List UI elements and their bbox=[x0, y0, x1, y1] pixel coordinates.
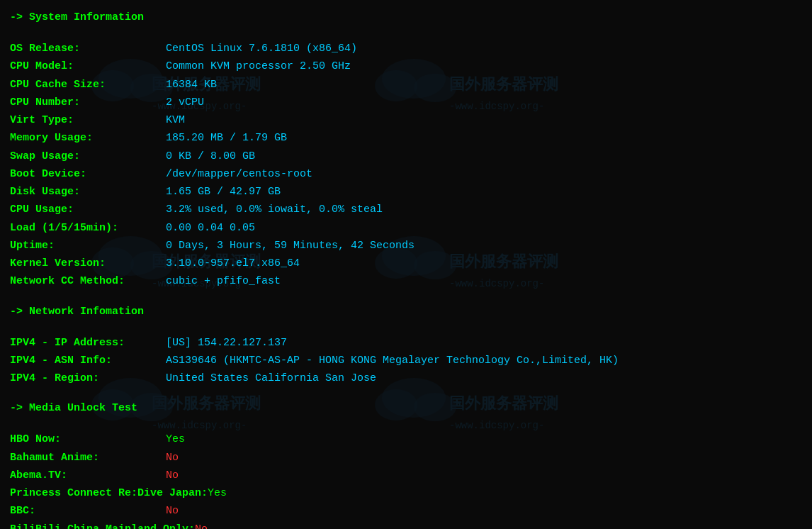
ipv4-address-label: IPV4 - IP Address: bbox=[10, 335, 166, 351]
cpu-cache-row: CPU Cache Size: 16384 KB bbox=[10, 77, 802, 93]
bahamut-value: No bbox=[166, 450, 179, 466]
main-content: 国外服务器评测 -www.idcspy.org- 国外服务器评测 -www.id… bbox=[10, 11, 802, 529]
virt-type-row: Virt Type: KVM bbox=[10, 112, 802, 128]
network-cc-value: cubic + pfifo_fast bbox=[166, 273, 281, 289]
abema-row: Abema.TV: No bbox=[10, 467, 802, 484]
os-release-label: OS Release: bbox=[10, 40, 166, 57]
princess-value: Yes bbox=[208, 485, 227, 501]
hbo-value: Yes bbox=[166, 431, 185, 447]
ipv4-asn-row: IPV4 - ASN Info: AS139646 (HKMTC-AS-AP -… bbox=[10, 352, 802, 369]
ipv4-asn-label: IPV4 - ASN Info: bbox=[10, 352, 166, 369]
bbc-label: BBC: bbox=[10, 503, 166, 519]
system-info-header: -> System Information bbox=[10, 11, 802, 23]
memory-usage-label: Memory Usage: bbox=[10, 130, 166, 146]
bbc-row: BBC: No bbox=[10, 503, 802, 519]
network-info-header: -> Network Infomation bbox=[10, 306, 802, 318]
load-row: Load (1/5/15min): 0.00 0.04 0.05 bbox=[10, 220, 802, 236]
disk-usage-label: Disk Usage: bbox=[10, 184, 166, 200]
disk-usage-row: Disk Usage: 1.65 GB / 42.97 GB bbox=[10, 184, 802, 200]
ipv4-region-label: IPV4 - Region: bbox=[10, 370, 166, 386]
network-cc-label: Network CC Method: bbox=[10, 273, 166, 289]
cpu-model-label: CPU Model: bbox=[10, 58, 166, 74]
cpu-model-row: CPU Model: Common KVM processor 2.50 GHz bbox=[10, 58, 802, 74]
bahamut-label: Bahamut Anime: bbox=[10, 450, 166, 466]
virt-type-label: Virt Type: bbox=[10, 112, 166, 128]
kernel-version-value: 3.10.0-957.el7.x86_64 bbox=[166, 255, 300, 272]
virt-type-value: KVM bbox=[166, 112, 185, 128]
boot-device-label: Boot Device: bbox=[10, 166, 166, 182]
cpu-number-value: 2 vCPU bbox=[166, 94, 204, 111]
memory-usage-row: Memory Usage: 185.20 MB / 1.79 GB bbox=[10, 130, 802, 146]
princess-row: Princess Connect Re:Dive Japan: Yes bbox=[10, 485, 802, 501]
cpu-cache-label: CPU Cache Size: bbox=[10, 77, 166, 93]
bahamut-row: Bahamut Anime: No bbox=[10, 450, 802, 466]
os-release-row: OS Release: CentOS Linux 7.6.1810 (x86_6… bbox=[10, 40, 802, 57]
memory-usage-value: 185.20 MB / 1.79 GB bbox=[166, 130, 287, 146]
ipv4-region-value: United States California San Jose bbox=[166, 370, 376, 386]
ipv4-address-row: IPV4 - IP Address: [US] 154.22.127.137 bbox=[10, 335, 802, 351]
cpu-usage-label: CPU Usage: bbox=[10, 201, 166, 218]
load-value: 0.00 0.04 0.05 bbox=[166, 220, 255, 236]
network-cc-row: Network CC Method: cubic + pfifo_fast bbox=[10, 273, 802, 289]
uptime-label: Uptime: bbox=[10, 238, 166, 254]
uptime-value: 0 Days, 3 Hours, 59 Minutes, 42 Seconds bbox=[166, 238, 415, 254]
uptime-row: Uptime: 0 Days, 3 Hours, 59 Minutes, 42 … bbox=[10, 238, 802, 254]
kernel-version-row: Kernel Version: 3.10.0-957.el7.x86_64 bbox=[10, 255, 802, 272]
abema-label: Abema.TV: bbox=[10, 467, 166, 484]
boot-device-value: /dev/mapper/centos-root bbox=[166, 166, 312, 182]
boot-device-row: Boot Device: /dev/mapper/centos-root bbox=[10, 166, 802, 182]
os-release-value: CentOS Linux 7.6.1810 (x86_64) bbox=[166, 40, 357, 57]
media-unlock-header: -> Media Unlock Test bbox=[10, 402, 802, 414]
swap-usage-label: Swap Usage: bbox=[10, 148, 166, 165]
disk-usage-value: 1.65 GB / 42.97 GB bbox=[166, 184, 281, 200]
bbc-value: No bbox=[166, 503, 179, 519]
cpu-number-row: CPU Number: 2 vCPU bbox=[10, 94, 802, 111]
swap-usage-value: 0 KB / 8.00 GB bbox=[166, 148, 255, 165]
cpu-model-value: Common KVM processor 2.50 GHz bbox=[166, 58, 351, 74]
ipv4-asn-value: AS139646 (HKMTC-AS-AP - HONG KONG Megala… bbox=[166, 352, 619, 369]
cpu-number-label: CPU Number: bbox=[10, 94, 166, 111]
swap-usage-row: Swap Usage: 0 KB / 8.00 GB bbox=[10, 148, 802, 165]
kernel-version-label: Kernel Version: bbox=[10, 255, 166, 272]
ipv4-region-row: IPV4 - Region: United States California … bbox=[10, 370, 802, 386]
princess-label: Princess Connect Re:Dive Japan: bbox=[10, 485, 208, 501]
hbo-label: HBO Now: bbox=[10, 431, 166, 447]
abema-value: No bbox=[166, 467, 179, 484]
cpu-usage-value: 3.2% used, 0.0% iowait, 0.0% steal bbox=[166, 201, 383, 218]
load-label: Load (1/5/15min): bbox=[10, 220, 166, 236]
hbo-row: HBO Now: Yes bbox=[10, 431, 802, 447]
cpu-cache-value: 16384 KB bbox=[166, 77, 217, 93]
bilibili-china-row: BiliBili China Mainland Only: No bbox=[10, 521, 802, 530]
cpu-usage-row: CPU Usage: 3.2% used, 0.0% iowait, 0.0% … bbox=[10, 201, 802, 218]
ipv4-address-value: [US] 154.22.127.137 bbox=[166, 335, 287, 351]
bilibili-china-label: BiliBili China Mainland Only: bbox=[10, 521, 195, 530]
bilibili-china-value: No bbox=[195, 521, 208, 530]
